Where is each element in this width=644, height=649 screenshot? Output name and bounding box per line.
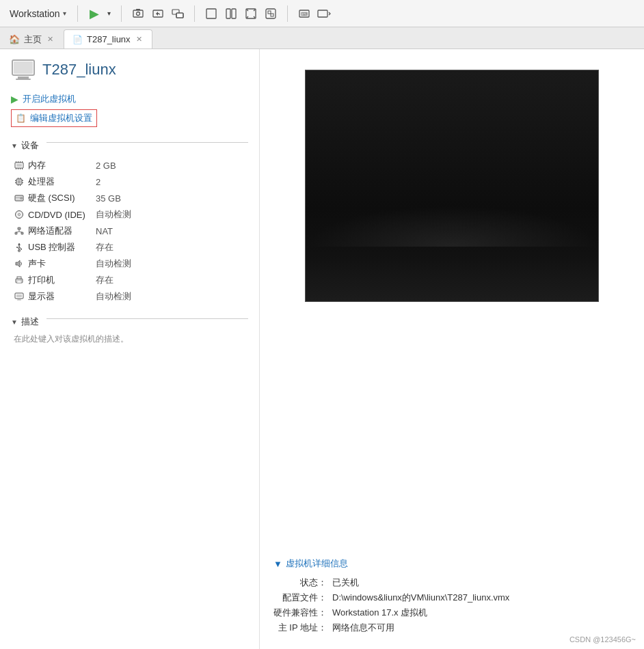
svg-point-45 xyxy=(18,214,21,216)
table-row: 内存 2 GB xyxy=(11,157,248,174)
svg-rect-16 xyxy=(318,10,327,17)
view-options-button[interactable] xyxy=(314,4,334,23)
details-arrow: ▼ xyxy=(273,559,282,569)
svg-point-57 xyxy=(16,247,18,248)
description-arrow: ▼ xyxy=(11,318,18,326)
restore-snapshot-button[interactable] xyxy=(148,4,167,23)
toolbar-sep-2 xyxy=(121,5,122,22)
toolbar-play-group: ▶ ▾ xyxy=(85,4,114,23)
vm-large-icon xyxy=(11,57,36,82)
cpu-icon xyxy=(14,176,25,187)
send-ctrlaltdel-button[interactable]: ⌨ xyxy=(295,4,314,23)
play-dropdown[interactable]: ▾ xyxy=(105,4,114,23)
view-split-button[interactable] xyxy=(222,4,241,23)
devices-section-label: 设备 xyxy=(21,139,39,152)
table-row: 硬件兼容性： Workstation 17.x 虚拟机 xyxy=(273,605,513,620)
tab-home-label: 主页 xyxy=(24,33,42,46)
svg-rect-23 xyxy=(16,161,16,163)
config-label: 配置文件： xyxy=(273,590,332,605)
toolbar-more-group: ⌨ xyxy=(295,4,334,23)
edit-settings-link[interactable]: 📋 编辑虚拟机设置 xyxy=(11,109,97,127)
svg-marker-59 xyxy=(16,260,20,267)
table-row: 声卡 自动检测 xyxy=(11,256,248,272)
svg-rect-32 xyxy=(18,180,21,183)
vm-tab-icon: 📄 xyxy=(72,35,83,44)
compat-label: 硬件兼容性： xyxy=(273,605,332,620)
sound-icon xyxy=(14,258,25,269)
svg-point-63 xyxy=(21,279,22,281)
vm-preview-gloss xyxy=(306,206,598,247)
svg-rect-27 xyxy=(16,168,16,169)
snapshot-manager-button[interactable] xyxy=(168,4,187,23)
home-icon: 🏠 xyxy=(9,34,20,44)
svg-rect-22 xyxy=(16,164,22,167)
svg-rect-2 xyxy=(136,9,140,10)
svg-rect-46 xyxy=(18,227,21,230)
start-vm-link[interactable]: ▶ 开启此虚拟机 xyxy=(11,93,248,105)
ip-label: 主 IP 地址： xyxy=(273,620,332,635)
start-vm-label: 开启此虚拟机 xyxy=(23,93,76,105)
view-full-button[interactable] xyxy=(241,4,260,23)
details-table: 状态： 已关机 配置文件： D:\windows&liunx的VM\liunx\… xyxy=(273,575,513,635)
table-row: 主 IP 地址： 网络信息不可用 xyxy=(273,620,513,635)
description-divider xyxy=(46,318,248,319)
svg-rect-56 xyxy=(21,249,22,250)
svg-rect-37 xyxy=(18,178,18,179)
toolbar-sep-1 xyxy=(77,5,78,22)
table-row: 硬盘 (SCSI) 35 GB xyxy=(11,190,248,206)
snapshot-button[interactable] xyxy=(129,4,148,23)
table-row: CD/DVD (IDE) 自动检测 xyxy=(11,206,248,223)
svg-line-51 xyxy=(19,232,23,232)
table-row: 显示器 自动检测 xyxy=(11,288,248,305)
svg-rect-62 xyxy=(17,281,21,283)
svg-rect-67 xyxy=(17,300,21,301)
svg-rect-8 xyxy=(226,9,230,18)
hdd-label: 硬盘 (SCSI) xyxy=(14,192,90,204)
tab-vm-close[interactable]: ✕ xyxy=(135,34,144,44)
svg-rect-35 xyxy=(22,180,23,181)
cd-icon xyxy=(14,209,25,220)
titlebar: Workstation ▾ ▶ ▾ xyxy=(0,0,644,27)
action-links: ▶ 开启此虚拟机 📋 编辑虚拟机设置 xyxy=(11,93,248,127)
tab-vm[interactable]: 📄 T287_liunx ✕ xyxy=(64,29,152,49)
devices-divider xyxy=(46,142,248,143)
svg-text:⌨: ⌨ xyxy=(301,12,308,16)
svg-point-1 xyxy=(136,12,139,15)
view-standard-button[interactable] xyxy=(202,4,221,23)
display-label: 显示器 xyxy=(14,290,90,303)
play-button[interactable]: ▶ xyxy=(85,4,104,23)
svg-rect-7 xyxy=(206,9,216,18)
sound-label: 声卡 xyxy=(14,258,90,270)
svg-rect-24 xyxy=(18,161,18,163)
svg-rect-48 xyxy=(21,232,23,234)
network-icon xyxy=(14,225,25,236)
svg-rect-18 xyxy=(18,77,29,79)
tab-home[interactable]: 🏠 主页 ✕ xyxy=(0,29,64,49)
cpu-label: 处理器 xyxy=(14,176,90,188)
vm-details-header: ▼ 虚拟机详细信息 xyxy=(273,557,630,570)
memory-label: 内存 xyxy=(14,159,90,171)
tabbar: 🏠 主页 ✕ 📄 T287_liunx ✕ xyxy=(0,27,644,49)
description-placeholder: 在此处键入对该虚拟机的描述。 xyxy=(14,333,248,345)
vm-preview[interactable] xyxy=(305,70,599,302)
devices-section-header: ▼ 设备 xyxy=(11,139,248,152)
devices-table: 内存 2 GB 处理器 2 xyxy=(11,157,248,305)
view-unity-button[interactable] xyxy=(261,4,280,23)
table-row: 处理器 2 xyxy=(11,174,248,190)
status-label: 状态： xyxy=(273,575,332,590)
main-content: T287_liunx ▶ 开启此虚拟机 📋 编辑虚拟机设置 ▼ 设备 xyxy=(0,49,644,649)
toolbar-sep-4 xyxy=(287,5,288,22)
svg-rect-36 xyxy=(22,182,23,183)
workstation-dropdown-arrow: ▾ xyxy=(63,10,66,17)
svg-rect-47 xyxy=(15,232,17,234)
svg-rect-25 xyxy=(20,161,21,163)
table-row: 配置文件： D:\windows&liunx的VM\liunx\T287_liu… xyxy=(273,590,513,605)
left-panel: T287_liunx ▶ 开启此虚拟机 📋 编辑虚拟机设置 ▼ 设备 xyxy=(0,49,260,649)
right-panel: ▼ 虚拟机详细信息 状态： 已关机 配置文件： D:\windows&liunx… xyxy=(260,49,644,649)
svg-rect-39 xyxy=(18,184,18,186)
edit-icon: 📋 xyxy=(16,113,26,123)
tab-home-close[interactable]: ✕ xyxy=(46,34,55,44)
table-row: 状态： 已关机 xyxy=(273,575,513,590)
svg-rect-65 xyxy=(16,294,22,297)
workstation-menu[interactable]: Workstation ▾ xyxy=(5,5,70,22)
